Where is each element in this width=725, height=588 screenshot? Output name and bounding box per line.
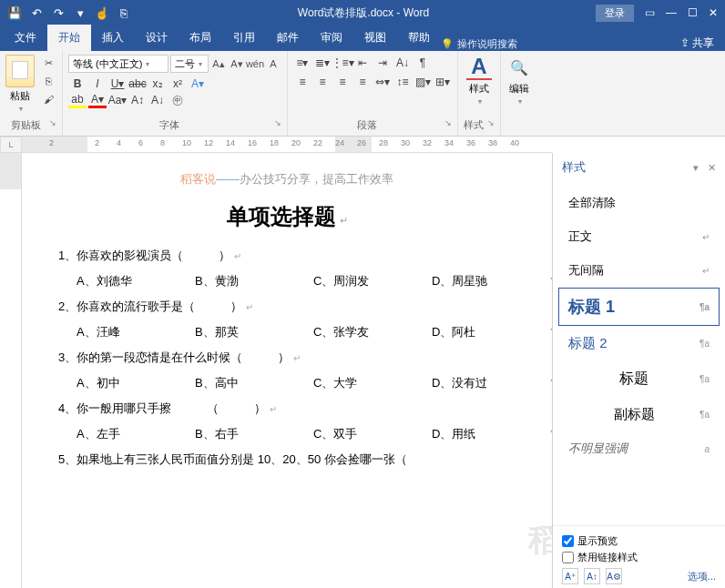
tab-mail[interactable]: 邮件 [266, 25, 310, 51]
save-icon[interactable]: 💾 [7, 5, 22, 20]
ribbon-display-icon[interactable]: ▭ [645, 6, 655, 19]
task-pane-options-icon[interactable]: ▾ [693, 162, 699, 174]
clear-format-icon[interactable]: A↓ [148, 92, 167, 108]
align-center-icon[interactable]: ≡ [313, 74, 332, 90]
tab-design[interactable]: 设计 [135, 25, 179, 51]
strike-button[interactable]: abc [128, 76, 147, 92]
redo-icon[interactable]: ↷ [51, 5, 66, 20]
cut-icon[interactable]: ✂ [40, 55, 56, 71]
ribbon-tabs: 文件 开始 插入 设计 布局 引用 邮件 审阅 视图 帮助 💡 操作说明搜索 ⇪… [0, 25, 725, 51]
new-style-icon[interactable]: A⁺ [562, 568, 578, 584]
line-spacing-icon[interactable]: ↕≡ [393, 74, 412, 90]
styles-button[interactable]: A 样式 ▾ [464, 55, 495, 106]
style-normal[interactable]: 正文↵ [558, 220, 720, 253]
phonetic-guide-icon[interactable]: wén [247, 56, 263, 72]
bullets-icon[interactable]: ≡▾ [293, 55, 311, 71]
style-clear-all[interactable]: 全部清除 [558, 187, 720, 219]
style-subtitle[interactable]: 副标题¶a [558, 398, 720, 431]
text-effects-icon[interactable]: A▾ [189, 76, 207, 92]
group-styles: A 样式 ▾ 样式↘ [458, 51, 501, 136]
align-right-icon[interactable]: ≡ [333, 74, 352, 90]
shrink-font-icon[interactable]: A▾ [229, 56, 245, 72]
question-line: 1、你喜欢的影视演员（ ） ↵ [58, 248, 516, 264]
qat-more-icon[interactable]: ▾ [73, 5, 87, 20]
underline-button[interactable]: U▾ [108, 76, 127, 92]
char-border-icon[interactable]: A [265, 56, 281, 72]
numbering-icon[interactable]: ≣▾ [313, 55, 332, 71]
close-pane-icon[interactable]: ✕ [708, 162, 716, 174]
manage-styles-icon[interactable]: A⚙ [606, 568, 622, 584]
style-subtle-emphasis[interactable]: 不明显强调a [558, 432, 720, 465]
style-title[interactable]: 标题¶a [558, 361, 720, 397]
tell-me-search[interactable]: 💡 操作说明搜索 [441, 37, 517, 51]
char-shading-icon[interactable]: Aa▾ [108, 92, 127, 108]
sort-icon[interactable]: A↓ [393, 55, 412, 71]
dialog-launcher-icon[interactable]: ↘ [487, 118, 495, 127]
option-line: A、汪峰 B、那英 C、张学友 D、阿杜↵ [77, 324, 516, 340]
decrease-indent-icon[interactable]: ⇤ [353, 55, 372, 71]
close-icon[interactable]: ✕ [709, 6, 718, 19]
subscript-button[interactable]: x₂ [148, 76, 167, 92]
document-area[interactable]: 稻客说——办公技巧分享，提高工作效率 单项选择题 1、你喜欢的影视演员（ ） ↵… [22, 153, 552, 588]
shading-icon[interactable]: ▨▾ [414, 74, 432, 90]
qat-custom-icon[interactable]: ⎘ [117, 5, 131, 20]
styles-pane-title: 样式 [562, 159, 586, 176]
style-no-spacing[interactable]: 无间隔↵ [558, 254, 720, 287]
share-button[interactable]: ⇪ 共享 [680, 35, 714, 51]
tab-references[interactable]: 引用 [222, 25, 266, 51]
enclose-char-icon[interactable]: A↕ [128, 92, 147, 108]
tab-review[interactable]: 审阅 [310, 25, 353, 51]
borders-icon[interactable]: ⊞▾ [434, 74, 452, 90]
maximize-icon[interactable]: ☐ [688, 6, 698, 19]
ruler-corner[interactable]: L [0, 137, 22, 153]
paste-icon [5, 55, 35, 87]
vertical-ruler[interactable] [0, 153, 22, 588]
dialog-launcher-icon[interactable]: ↘ [274, 118, 281, 127]
highlight-button[interactable]: ab [68, 92, 87, 108]
font-name-combo[interactable]: 等线 (中文正文)▾ [68, 55, 168, 73]
tab-file[interactable]: 文件 [4, 25, 47, 51]
undo-icon[interactable]: ↶ [29, 5, 44, 20]
document-title: 单项选择题 [58, 202, 516, 231]
tab-home[interactable]: 开始 [47, 25, 91, 51]
style-inspector-icon[interactable]: A↕ [584, 568, 600, 584]
tab-help[interactable]: 帮助 [397, 25, 441, 51]
chevron-down-icon: ▾ [19, 105, 23, 113]
horizontal-ruler[interactable]: 2 2 4 6 8 10 12 14 16 18 20 22 24 26 28 … [22, 137, 552, 153]
circle-char-icon[interactable]: ㊥ [168, 92, 187, 108]
disable-linked-checkbox[interactable]: 禁用链接样式 [562, 551, 716, 564]
dialog-launcher-icon[interactable]: ↘ [444, 118, 452, 127]
multilevel-icon[interactable]: ⋮≡▾ [333, 55, 352, 71]
dialog-launcher-icon[interactable]: ↘ [49, 118, 56, 127]
copy-icon[interactable]: ⎘ [40, 73, 56, 89]
tab-insert[interactable]: 插入 [91, 25, 135, 51]
italic-button[interactable]: I [88, 76, 107, 92]
minimize-icon[interactable]: — [666, 6, 677, 19]
chevron-down-icon: ▾ [518, 97, 522, 106]
question-line: 5、如果地上有三张人民币面值分别是 10、20、50 你会捡哪一张（ [58, 451, 516, 468]
font-size-combo[interactable]: 二号▾ [170, 55, 209, 73]
editing-button[interactable]: 🔍 编辑 ▾ [506, 55, 532, 106]
distribute-icon[interactable]: ⇔▾ [373, 74, 392, 90]
style-heading-1[interactable]: 标题 1¶a [558, 288, 720, 326]
show-marks-icon[interactable]: ¶ [414, 55, 432, 71]
show-preview-checkbox[interactable]: 显示预览 [562, 534, 716, 548]
styles-options-link[interactable]: 选项... [688, 570, 716, 583]
align-left-icon[interactable]: ≡ [293, 74, 311, 90]
format-painter-icon[interactable]: 🖌 [40, 91, 56, 107]
increase-indent-icon[interactable]: ⇥ [373, 55, 392, 71]
tab-view[interactable]: 视图 [353, 25, 397, 51]
question-line: 3、你的第一段恋情是在什么时候（ ） ↵ [58, 350, 516, 366]
login-button[interactable]: 登录 [596, 5, 634, 22]
tab-layout[interactable]: 布局 [179, 25, 222, 51]
bold-button[interactable]: B [68, 76, 87, 92]
grow-font-icon[interactable]: A▴ [210, 56, 227, 72]
style-heading-2[interactable]: 标题 2¶a [558, 327, 720, 360]
group-font: 等线 (中文正文)▾ 二号▾ A▴ A▾ wén A B I U▾ abc x₂… [63, 51, 288, 136]
paste-button[interactable]: 粘贴 ▾ [5, 55, 35, 113]
superscript-button[interactable]: x² [168, 76, 187, 92]
justify-icon[interactable]: ≡ [353, 74, 372, 90]
font-color-button[interactable]: A▾ [88, 92, 107, 108]
group-font-label: 字体 [159, 119, 179, 130]
touch-mode-icon[interactable]: ☝ [95, 5, 109, 20]
